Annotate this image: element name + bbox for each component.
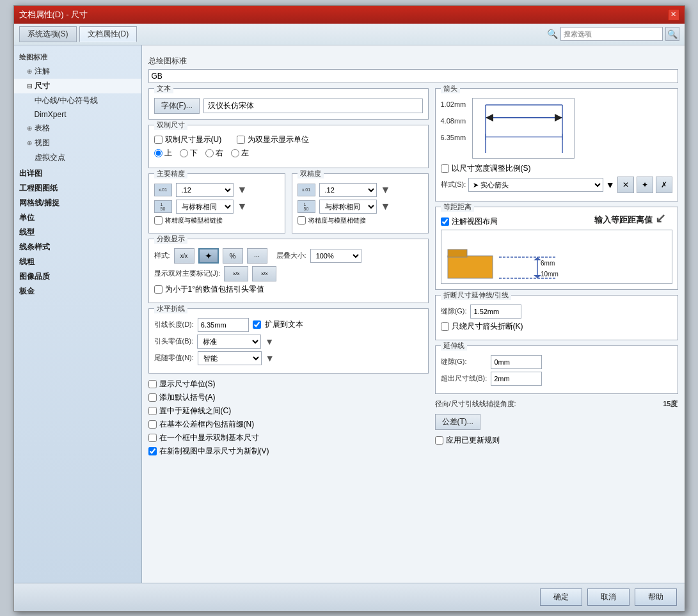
sidebar-item-annotation[interactable]: ⊕ 注解 <box>14 64 141 79</box>
sidebar-label-imagequality: 图像品质 <box>19 271 50 282</box>
cb-show-unit[interactable] <box>148 380 157 388</box>
ok-button[interactable]: 确定 <box>540 588 582 606</box>
cb-show-unit-label: 显示尺寸单位(S) <box>159 379 216 390</box>
broken-gap-input[interactable] <box>470 304 521 319</box>
dual-dim-title: 双制尺寸 <box>154 120 187 130</box>
dual-display-check[interactable] <box>154 136 163 144</box>
arrow-val3: 6.35mm <box>441 134 466 141</box>
expand-text-check[interactable] <box>253 320 261 329</box>
sidebar-item-view[interactable]: ⊕ 视图 <box>14 136 141 150</box>
sidebar-item-gridsnap[interactable]: 网格线/捕捉 <box>14 196 141 210</box>
arrow-icon-btn3[interactable]: ✗ <box>656 177 672 193</box>
fraction-btn-2[interactable]: ✦ <box>198 248 219 264</box>
sidebar: 绘图标准 ⊕ 注解 ⊟ 尺寸 中心线/中心符号线 DimXpert ⊕ <box>14 45 142 583</box>
only-arrow-check[interactable] <box>441 322 449 331</box>
close-button[interactable]: ✕ <box>668 9 679 20</box>
radio-down[interactable] <box>180 149 188 157</box>
cb-add-bracket[interactable] <box>148 393 157 402</box>
sidebar-item-engraving[interactable]: 工程图图纸 <box>14 181 141 196</box>
sidebar-label-linestyle: 线条样式 <box>19 242 50 253</box>
dual-precision-select1[interactable]: .12 <box>319 183 377 197</box>
expand-icon-table: ⊕ <box>27 125 32 132</box>
pos-right: 右 <box>205 148 223 159</box>
zero-trail-select[interactable]: 智能 <box>198 351 262 365</box>
scale-check[interactable] <box>441 164 449 173</box>
radio-right[interactable] <box>205 149 214 157</box>
tolerance-row: 公差(T)... <box>435 414 678 430</box>
search-button[interactable]: 🔍 <box>665 27 679 41</box>
only-arrow-label: 只绕尺寸箭头折断(K) <box>452 321 523 332</box>
dual-precision-select2[interactable]: 与标称相同 <box>319 200 377 214</box>
sidebar-item-imagequality[interactable]: 图像品质 <box>14 269 141 284</box>
match-model-check1[interactable] <box>154 216 163 225</box>
sidebar-item-dimension[interactable]: ⊟ 尺寸 <box>14 79 141 93</box>
overall-standard-input[interactable] <box>148 69 678 83</box>
sidebar-item-linetype[interactable]: 线型 <box>14 225 141 240</box>
match-model-check2[interactable] <box>297 216 306 225</box>
sidebar-item-dimxpert[interactable]: DimXpert <box>14 108 141 121</box>
cb-new-view-label: 在新制视图中显示尺寸为新制(V) <box>159 446 269 457</box>
cb-add-bracket-label: 添加默认括号(A) <box>159 392 216 403</box>
dual-unit-check[interactable] <box>237 136 245 144</box>
stack-size-select[interactable]: 100% <box>310 249 361 263</box>
fraction-btn-4[interactable]: ··· <box>247 248 267 264</box>
arrows-content: 1.02mm 4.08mm 6.35mm <box>441 98 672 161</box>
primary-precision-title: 主要精度 <box>154 169 187 178</box>
tab-system[interactable]: 系统选项(S) <box>19 26 77 42</box>
dual-display-row: 双制尺寸显示(U) 为双显示显示单位 <box>154 134 423 145</box>
ext-overshoot-input[interactable] <box>491 372 542 386</box>
sidebar-item-table[interactable]: ⊕ 表格 <box>14 121 141 136</box>
pos-left: 左 <box>231 148 249 159</box>
sidebar-item-virtualintersect[interactable]: 虚拟交点 <box>14 150 141 165</box>
primary-precision-select2[interactable]: 与标称相同 <box>176 200 234 214</box>
sidebar-section-header: 绘图标准 <box>14 51 141 64</box>
font-button[interactable]: 字体(F)... <box>154 98 200 114</box>
primary-precision-select1[interactable]: .12 <box>176 183 234 197</box>
font-name-display: 汉仪长仿宋体 <box>203 99 423 113</box>
extension-title: 延伸线 <box>441 341 467 351</box>
cb-show-dual-basic[interactable] <box>148 434 157 442</box>
sidebar-item-sheetmetal[interactable]: 板金 <box>14 284 141 299</box>
apply-check[interactable] <box>435 436 443 445</box>
svg-rect-7 <box>448 256 493 278</box>
include-zero-check[interactable] <box>154 285 163 294</box>
fraction-btn-3[interactable]: % <box>223 248 243 264</box>
sidebar-item-centerline[interactable]: 中心线/中心符号线 <box>14 93 141 108</box>
zero-lead-label: 引头零值(B): <box>154 336 194 346</box>
arrow-icon-btn1[interactable]: ✕ <box>617 177 634 193</box>
cancel-button[interactable]: 取消 <box>587 588 630 606</box>
cb-center-ext[interactable] <box>148 407 157 415</box>
help-button[interactable]: 帮助 <box>635 588 677 606</box>
tab-document[interactable]: 文档属性(D) <box>79 26 138 42</box>
arrows-title: 箭头 <box>441 84 460 93</box>
dual-precision-icon1: x.01 <box>297 184 315 196</box>
arrow-style-select[interactable]: ➤ 实心箭头 <box>468 178 603 192</box>
dual-stack-btn1[interactable]: x/x <box>224 266 248 281</box>
sidebar-item-detailview[interactable]: 出详图 <box>14 166 141 181</box>
radio-left[interactable] <box>231 149 239 157</box>
sidebar-item-linethick[interactable]: 线粗 <box>14 255 141 269</box>
svg-text:10mm: 10mm <box>541 271 559 278</box>
ext-gap-input[interactable] <box>491 355 542 369</box>
broken-gap-row: 缝隙(G): <box>441 304 672 319</box>
arrow-icon-btn2[interactable]: ✦ <box>637 177 653 193</box>
sidebar-item-linestyle[interactable]: 线条样式 <box>14 240 141 255</box>
equidist-preview-container: 输入等距距离值 ↙ <box>441 230 672 284</box>
cb-include-prefix[interactable] <box>148 420 157 429</box>
zero-lead-select[interactable]: 标准 <box>197 335 261 349</box>
search-input[interactable] <box>560 27 663 41</box>
include-zero-row: 为小于1°的数值包括引头零值 <box>154 284 423 295</box>
scale-check-label: 以尺寸宽度调整比例(S) <box>452 163 531 174</box>
radius-row: 径向/尺寸引线线辅捉角度: 15度 <box>435 399 678 409</box>
cb-new-view[interactable] <box>148 447 157 455</box>
two-col-layout: 文本 字体(F)... 汉仪长仿宋体 双制尺寸 双制尺寸显示(U) <box>148 88 678 462</box>
fraction-btn-1[interactable]: x/x <box>174 248 194 264</box>
dual-stack-btn2[interactable]: x/x <box>252 266 276 281</box>
sidebar-label-sheetmetal: 板金 <box>19 286 35 297</box>
dual-dim-group: 双制尺寸 双制尺寸显示(U) 为双显示显示单位 上 <box>148 125 429 168</box>
viewport-check[interactable] <box>441 217 449 226</box>
leader-length-input[interactable] <box>198 318 249 332</box>
sidebar-item-unit[interactable]: 单位 <box>14 210 141 225</box>
radio-up[interactable] <box>154 149 163 157</box>
tolerance-button[interactable]: 公差(T)... <box>435 414 480 430</box>
